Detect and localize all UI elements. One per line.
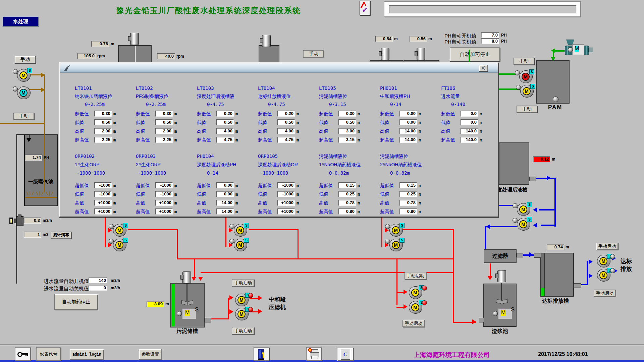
param-limit-input[interactable]: +1000 [94,200,112,206]
param-limit-input[interactable]: 0.78 [338,200,356,206]
report-button[interactable]: C [337,348,354,361]
pump-nano-iron-2[interactable]: M [17,86,32,100]
flow-auto-on-input[interactable]: 140 [89,278,107,283]
param-limit-input[interactable]: 0.78 [399,200,417,206]
param-limit-input[interactable]: 0.00 [216,191,234,197]
print-button[interactable] [306,347,322,361]
manual-button[interactable]: 手动 [13,113,34,120]
param-limit-input[interactable]: 4.00 [216,128,234,134]
alarm-banner[interactable] [389,5,577,14]
dialog-titlebar[interactable] [60,63,498,73]
param-limit-input[interactable]: 2.00 [155,128,173,134]
manual-start-button[interactable]: 手动启动 [594,290,616,297]
flow-auto-off-input[interactable]: 0 [89,285,107,291]
tab-water-treatment[interactable]: 水处理 [2,16,39,27]
dialog-close-button[interactable] [479,65,488,71]
deep-tank-pump[interactable]: MS [517,217,531,231]
param-limit-input[interactable]: +1000 [155,200,173,206]
param-limit-input[interactable]: 0.20 [216,111,234,117]
param-limit-input[interactable]: -1000 [94,191,112,197]
manual-button[interactable]: 手动 [303,50,324,58]
manual-button[interactable]: 手动 [514,58,534,65]
device-code-button[interactable]: 设备代号 [36,347,61,361]
key-login-button[interactable] [15,347,31,361]
param-limit-input[interactable]: +1000 [277,208,295,215]
feeder-motor[interactable]: M [572,44,584,55]
transfer-pump[interactable]: MS [409,286,423,300]
param-limit-input[interactable]: +1000 [94,208,112,215]
dosing-pump[interactable]: MS [233,223,248,237]
alarm-ack-button[interactable]: ✔ [360,1,370,15]
manual-start-button[interactable]: 手动启动 [405,272,427,280]
param-limit-input[interactable]: -1000 [277,182,295,188]
param-limit-input[interactable]: -1000 [155,191,173,197]
manual-button[interactable]: 手动 [517,106,537,113]
param-limit-input[interactable]: -1000 [155,182,173,188]
manual-start-button[interactable]: 手动启动 [596,243,618,250]
transfer-pump[interactable]: MS [409,300,423,314]
param-limit-input[interactable]: 4.00 [277,128,295,134]
param-limit-input[interactable]: 0.20 [277,111,295,117]
param-limit-input[interactable]: 4.75 [216,137,234,143]
param-limit-input[interactable]: 14.00 [216,208,234,215]
dosing-pump[interactable]: MS [389,238,404,252]
discharge-pump[interactable]: MS [597,254,611,268]
param-limit-input[interactable]: 0.30 [338,111,356,117]
dosing-pump[interactable]: MS [113,238,127,252]
param-limit-input[interactable]: 0.50 [94,119,112,125]
param-limit-input[interactable]: 140.0 [461,137,478,143]
param-limit-input[interactable]: 0.30 [94,111,112,117]
dosing-pump[interactable]: MS [233,238,248,252]
discharge-pump[interactable]: MS [597,268,611,282]
pump-nano-iron-1[interactable]: MS [17,68,32,82]
param-limit-input[interactable]: 2.00 [94,128,112,134]
deep-tank-pump[interactable]: MS [517,202,531,217]
auto-dose-stop-button-left[interactable]: 自动加药停止 [54,294,98,310]
param-limit-input[interactable]: 0.15 [399,182,417,188]
pam-dosing-pump[interactable]: MS [519,70,534,84]
param-limit-input[interactable]: 0.50 [155,119,173,125]
param-limit-input[interactable]: 0.50 [277,119,295,125]
sludge-press-pump[interactable]: MS [235,293,250,307]
pam-tank-drain-ball[interactable] [553,97,558,102]
param-limit-input[interactable]: 14.00 [399,137,417,143]
param-limit-input[interactable]: 140.0 [461,128,478,134]
param-limit-input[interactable]: +1000 [277,200,295,206]
manual-start-button[interactable]: 手动启动 [232,327,254,335]
param-limit-input[interactable]: 0.30 [155,111,173,117]
ph-auto-off-input[interactable]: 8.0 [481,38,499,44]
manual-start-button[interactable]: 手动启动 [402,320,425,327]
dosing-pump[interactable]: MS [113,223,127,237]
manual-start-button[interactable]: 手动启动 [232,279,254,287]
ph-auto-on-input[interactable]: 7.0 [481,32,499,38]
exit-button[interactable] [254,347,269,361]
param-limit-input[interactable]: 0.00 [399,119,417,125]
manual-button[interactable]: 手动 [15,56,36,63]
param-limit-input[interactable]: 2.25 [94,137,112,143]
flow-meter-icon[interactable] [9,215,23,226]
sludge-press-pump[interactable]: MS [235,307,250,321]
param-limit-input[interactable]: 0.00 [216,182,234,188]
clear-total-button[interactable]: 累计清零 [51,232,71,239]
param-limit-input[interactable]: 0.80 [338,208,356,215]
dosing-pump[interactable]: MS [389,223,404,237]
param-limit-input[interactable]: 14.00 [399,128,417,134]
param-limit-input[interactable]: -1000 [94,182,112,188]
param-limit-input[interactable]: 0.50 [216,119,234,125]
param-limit-input[interactable]: 3.00 [338,128,356,134]
auto-dose-stop-button-top[interactable]: 自动加药停止 [450,47,500,61]
admin-login-button[interactable]: admini login [70,349,104,360]
slag-mixer-motor[interactable]: MS [498,308,512,319]
param-limit-input[interactable]: 0.00 [399,111,417,117]
sludge-mixer-motor[interactable]: MS [182,308,196,319]
param-limit-input[interactable]: 0.50 [338,119,356,125]
param-limit-input[interactable]: +1000 [155,208,173,215]
param-limit-input[interactable]: 0.0 [461,119,478,125]
param-limit-input[interactable]: 14.00 [216,200,234,206]
param-limit-input[interactable]: 0.0 [461,111,478,117]
pam-dosing-pump[interactable]: MS [520,84,535,98]
param-limit-input[interactable]: 0.15 [338,182,356,188]
param-limit-input[interactable]: 3.15 [338,137,356,143]
param-settings-button[interactable]: 参数设置 [139,349,162,360]
param-limit-input[interactable]: 4.75 [277,137,295,143]
